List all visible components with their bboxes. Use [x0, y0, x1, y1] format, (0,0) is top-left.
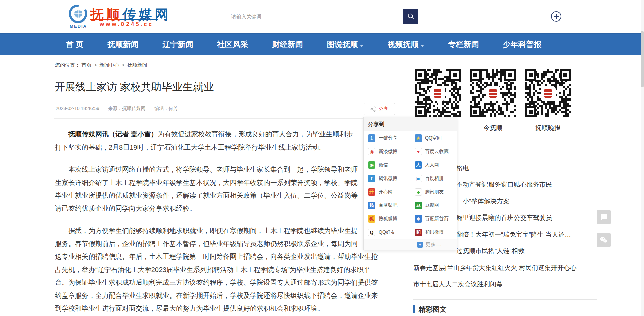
article-meta: 2023-02-10 18:46:59 来源：抚顺传媒网 编辑：何芳 [56, 106, 185, 112]
nav-item-5[interactable]: 财经新闻 [272, 39, 303, 50]
article-line: 本次线上家访通过网络直播的方式，将学院领导、老师与毕业生家长集合到一起，学院领导… [55, 163, 393, 176]
share-button-label: 分享 [379, 106, 389, 112]
share-item-baidu-cloud-fav[interactable]: ♥百度云收藏 [410, 145, 457, 158]
baidu-tieba-icon: 贴 [368, 202, 375, 209]
share-item-label: 百度相册 [425, 175, 444, 182]
share-popup: 分享到 1一键分享★QQ空间◉新浪微博♥百度云收藏◉微信人人人网t腾讯微博▣百度… [363, 117, 457, 250]
news-list-item-8[interactable]: 市十七届人大二次会议胜利闭幕 [413, 276, 597, 293]
share-item-renren[interactable]: 人人人网 [410, 158, 457, 172]
red-seal-icon [489, 89, 497, 98]
wechat-float-button[interactable] [597, 233, 611, 247]
share-item-sohu-weibo[interactable]: 狐搜狐微博 [364, 212, 410, 226]
nav-item-8[interactable]: 专栏新闻 [448, 39, 479, 50]
share-item-label: 百度云收藏 [425, 149, 449, 155]
comment-bubble-icon [600, 213, 608, 221]
share-more-label: 更多... [426, 242, 442, 248]
share-item-qzone[interactable]: ★QQ空间 [410, 131, 457, 145]
share-item-sina-weibo[interactable]: ◉新浪微博 [364, 145, 410, 158]
share-item-one-key-share[interactable]: 1一键分享 [364, 131, 410, 145]
share-item-baidu-tieba[interactable]: 贴百度贴吧 [364, 199, 410, 212]
article-line: 毕业生就业所提供的优质就业资源条件，还解读了就业方面相关政策（毕业生入伍、二学位… [55, 189, 393, 202]
wechat-icon: ◉ [368, 161, 375, 169]
sidebar-divider [413, 299, 597, 300]
share-item-baidu-album[interactable]: ▣百度相册 [410, 172, 457, 185]
nav-item-label: 财经新闻 [272, 39, 303, 50]
share-item-label: QQ好友 [379, 229, 395, 235]
breadcrumb-link-1[interactable]: 首页 [81, 62, 92, 68]
one-key-share-icon: 1 [368, 134, 375, 142]
article-lead-bold: 抚顺传媒网讯（记者 盖小雷） [55, 130, 158, 138]
chevron-down-icon [421, 45, 424, 47]
article-line-text: 生家长详细介绍了土木工程学院毕业年级学生基本状况，大四学年收获的一系列荣誉奖项，… [55, 179, 358, 186]
nav-item-3[interactable]: 辽宁新闻 [162, 39, 193, 50]
share-more-button[interactable]: + 更多... [364, 239, 457, 250]
qr-finder-bl [415, 106, 426, 117]
kaixin-icon: 开 [368, 188, 375, 196]
share-item-tencent-weibo[interactable]: t腾讯微博 [364, 172, 410, 185]
share-item-tencent-friends[interactable]: ♣腾讯朋友 [410, 185, 457, 199]
article-line-text: 服务。春节假期前后，企业的招聘工作基本暂停，但毕业年级辅导员老师仍然积极联系企业… [55, 240, 358, 247]
qr-caption-2: 今抚顺 [468, 124, 517, 132]
qr-finder-tr [449, 69, 461, 81]
scrollbar-thumb[interactable] [641, 31, 644, 87]
nav-item-label: 图说抚顺 [327, 39, 358, 50]
qr-finder-tr [560, 69, 571, 81]
breadcrumb-link-2[interactable]: 新闻中心 [99, 62, 119, 68]
qr-finder-tl [470, 69, 481, 81]
share-item-label: 人人网 [425, 162, 439, 168]
renren-icon: 人 [415, 161, 422, 169]
search-button[interactable] [403, 9, 418, 24]
article-title: 开展线上家访 家校共助毕业生就业 [55, 80, 214, 94]
news-item-text: 市十七届人大二次会议胜利闭幕 [413, 280, 503, 289]
baidu-album-icon: ▣ [415, 175, 422, 182]
breadcrumb-link-3[interactable]: 抚顺新闻 [127, 62, 147, 68]
share-item-douban[interactable]: 豆豆瓣网 [410, 199, 457, 212]
share-item-hexun-weibo[interactable]: 和和讯微博 [410, 226, 457, 239]
share-item-qq-friends[interactable]: QQQ好友 [364, 226, 410, 239]
share-item-baidu-home[interactable]: ❖百度新首页 [410, 212, 457, 226]
nav-list: 首 页抚顺新闻辽宁新闻社区风采财经新闻图说抚顺视频抚顺专栏新闻少年科普报 [0, 34, 644, 55]
red-seal-icon [434, 89, 441, 98]
share-item-kaixin[interactable]: 开开心网 [364, 185, 410, 199]
nav-item-7[interactable]: 视频抚顺 [387, 39, 424, 50]
share-popup-title: 分享到 [364, 117, 457, 131]
article-line-text: 请已签约优质企业的同学向大家分享求职经验。 [55, 205, 196, 212]
article-line: 送专业相关的招聘信息。年后，土木工程学院第一时间筹备网上招聘会，向各类企业发出邀… [55, 250, 393, 263]
sina-weibo-icon: ◉ [368, 148, 375, 155]
news-item-text: 一小”整体解决方案 [456, 197, 509, 206]
share-item-label: 和讯微博 [425, 229, 444, 235]
news-item-text: 不动产登记服务窗口贴心服务市民 [456, 180, 552, 189]
search-input[interactable] [226, 9, 403, 24]
news-item-text: 过抚顺市民搭“人链”相救 [456, 247, 525, 255]
qr-finder-bl [525, 106, 536, 117]
nav-item-label: 首 页 [66, 39, 83, 50]
article-body: 抚顺传媒网讯（记者 盖小雷）为有效促进家校教育衔接，形成良好的育人合力，为毕业生… [55, 128, 393, 316]
article-line-text: 本次线上家访通过网络直播的方式，将学院领导、老师与毕业生家长集合到一起，学院领导… [55, 166, 358, 173]
qr-finder-tr [504, 69, 516, 81]
share-item-label: 新浪微博 [379, 149, 397, 155]
article-date: 2023-02-10 18:46:59 [56, 106, 99, 111]
article-line-text: 送专业相关的招聘信息。年后，土木工程学院第一时间筹备网上招聘会，向各类企业发出邀… [55, 253, 378, 260]
qr-code-2 [468, 67, 517, 120]
article-line: 约盖章服务，全力配合毕业生求职就业。在新学期开始后，学校及学院还将尽快组织线下招… [55, 289, 393, 302]
globe-logo-icon [69, 5, 87, 24]
nav-item-9[interactable]: 少年科普报 [503, 39, 541, 50]
more-plus-icon: + [417, 242, 423, 248]
add-circle-button[interactable] [551, 11, 562, 22]
breadcrumb-prefix: 您的位置： [55, 62, 80, 68]
scrollbar[interactable] [641, 0, 644, 316]
share-button[interactable]: 分享 [364, 103, 395, 115]
news-list-item-7[interactable]: 新春走基层|兰山乡年货大集红红火火 村民们逛集开开心心 [413, 260, 597, 276]
nav-item-label: 专栏新闻 [448, 39, 479, 50]
feedback-float-button[interactable] [597, 210, 611, 224]
share-item-label: 腾讯朋友 [425, 189, 444, 195]
share-item-wechat[interactable]: ◉微信 [364, 158, 410, 172]
brand-underline [90, 19, 158, 20]
article-line-text: 占先机，举办“辽宁石油化工大学2023届毕业生系列招聘活动土木工程学院专场”为毕… [55, 266, 370, 273]
nav-item-4[interactable]: 社区风采 [217, 39, 248, 50]
nav-item-2[interactable]: 抚顺新闻 [107, 39, 138, 50]
nav-item-6[interactable]: 图说抚顺 [327, 39, 363, 50]
nav-item-1[interactable]: 首 页 [66, 39, 83, 50]
hexun-weibo-icon: 和 [415, 229, 422, 236]
share-icon [370, 106, 376, 112]
